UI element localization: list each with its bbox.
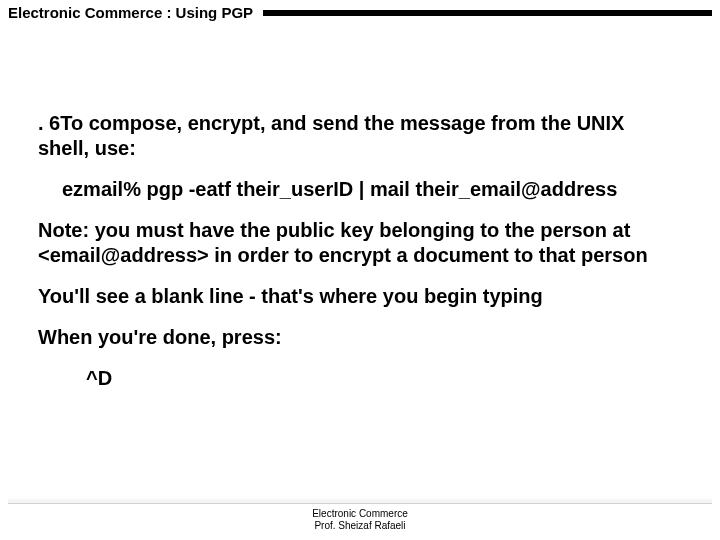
- body-note: Note: you must have the public key belon…: [38, 218, 680, 268]
- header-title: Electronic Commerce : Using PGP: [0, 4, 263, 21]
- footer-rule: [8, 503, 712, 504]
- footer-line-1: Electronic Commerce: [0, 508, 720, 520]
- body-command-line: ezmail% pgp -eatf their_userID | mail th…: [38, 177, 680, 202]
- header-divider: [263, 10, 712, 16]
- body-paragraph-1: . 6To compose, encrypt, and send the mes…: [38, 111, 680, 161]
- body-paragraph-5: When you're done, press:: [38, 325, 680, 350]
- slide-body: . 6To compose, encrypt, and send the mes…: [0, 21, 720, 391]
- slide: Electronic Commerce : Using PGP . 6To co…: [0, 0, 720, 540]
- footer-line-2: Prof. Sheizaf Rafaeli: [0, 520, 720, 532]
- slide-header: Electronic Commerce : Using PGP: [0, 0, 720, 21]
- slide-footer: Electronic Commerce Prof. Sheizaf Rafael…: [0, 508, 720, 532]
- body-paragraph-4: You'll see a blank line - that's where y…: [38, 284, 680, 309]
- body-ctrl-d: ^D: [38, 366, 680, 391]
